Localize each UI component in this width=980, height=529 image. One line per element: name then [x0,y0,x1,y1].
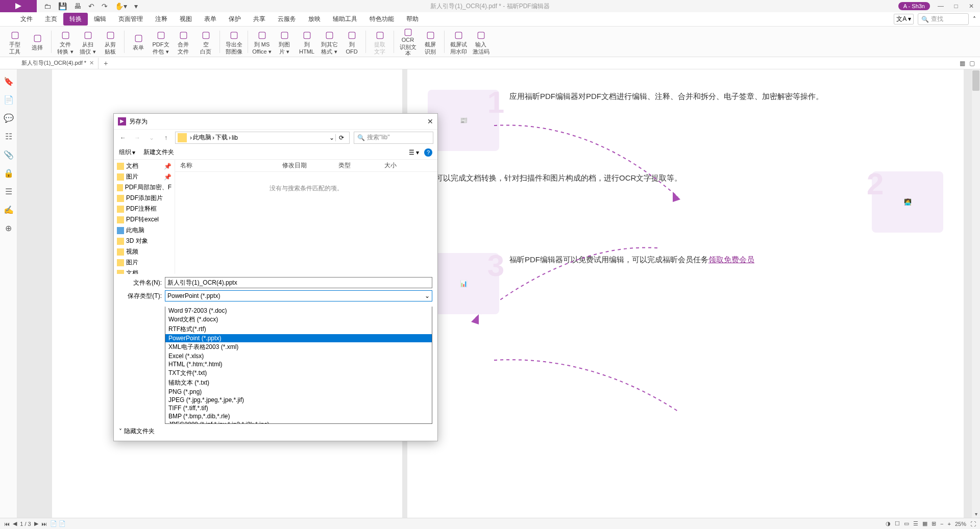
nav-up-icon[interactable]: ↑ [161,134,171,141]
breadcrumb[interactable]: › 此电脑 › 下载 › lib ⌄ ⟳ [175,132,350,144]
view-options-icon[interactable]: ☰ ▾ [409,149,419,156]
menu-cloud[interactable]: 云服务 [272,13,302,26]
document-tab[interactable]: 新人引导(1)_OCR(4).pdf * ✕ [17,58,99,69]
menu-home[interactable]: 主页 [39,13,63,26]
signature-icon[interactable]: ✍ [4,205,13,214]
filetype-option[interactable]: Excel (*.xlsx) [165,352,432,360]
ribbon-btn-5[interactable]: ▢表单 [128,28,149,56]
filetype-option[interactable]: PNG (*.png) [165,388,432,396]
menu-feature[interactable]: 特色功能 [363,13,400,26]
collapse-icon[interactable]: ˅ [119,428,122,435]
tree-item-8[interactable]: 视频 [114,246,175,257]
maximize-button[interactable]: □ [951,3,961,10]
tree-item-7[interactable]: 3D 对象 [114,236,175,246]
filetype-option[interactable]: HTML (*.htm;*.html) [165,360,432,368]
menu-convert[interactable]: 转换 [63,13,88,26]
first-page-icon[interactable]: ⏮ [4,521,10,527]
lang-icon[interactable]: 文A ▾ [894,14,914,24]
minimize-button[interactable]: — [936,3,945,10]
filetype-option[interactable]: Word文档 (*.docx) [165,315,432,324]
last-page-icon[interactable]: ⏭ [41,521,47,527]
layout2-icon[interactable]: ▭ [904,520,909,527]
color-mode-icon[interactable]: ◑ [886,520,891,527]
filetype-option[interactable]: TIFF (*.tiff,*.tif) [165,404,432,412]
ribbon-btn-3[interactable]: ▢从扫描仪 ▾ [77,28,99,56]
menu-protect[interactable]: 保护 [223,13,247,26]
tree-item-5[interactable]: PDF转excel [114,214,175,225]
fullscreen-icon[interactable]: ⛶ [970,521,976,527]
ribbon-btn-18[interactable]: ▢截屏试用水印 [448,28,469,56]
filetype-option[interactable]: BMP (*.bmp,*.dib,*.rle) [165,412,432,420]
nav-fwd-icon[interactable]: → [132,134,142,141]
tree-item-3[interactable]: PDF添加图片 [114,193,175,204]
col-name[interactable]: 名称 [180,161,282,170]
file-list[interactable]: 名称 修改日期 类型 大小 没有与搜索条件匹配的项。 [175,160,437,274]
ribbon-btn-9[interactable]: ▢导出全部图像 [223,28,244,56]
tree-item-2[interactable]: PDF局部加密、F [114,182,175,193]
menu-edit[interactable]: 编辑 [88,13,112,26]
prev-page-icon[interactable]: ◀ [13,520,17,527]
filetype-option[interactable]: Word 97-2003 (*.doc) [165,307,432,315]
new-tab-button[interactable]: + [99,59,113,67]
menu-comment[interactable]: 注释 [149,13,174,26]
ribbon-btn-13[interactable]: ▢到其它格式 ▾ [318,28,340,56]
ribbon-btn-10[interactable]: ▢到 MSOffice ▾ [251,28,273,56]
ribbon-btn-7[interactable]: ▢合并文件 [173,28,194,56]
tree-item-1[interactable]: 图片📌 [114,171,175,182]
close-button[interactable]: ✕ [967,3,976,10]
zoom-value[interactable]: 25% [955,521,966,527]
filetype-option[interactable]: JPEG2000 (*.jpf,*.jpx,*.jp2,*.j2k,*.jpc) [165,420,432,424]
search-box[interactable]: 🔍查找 [918,13,969,25]
filetype-option[interactable]: 辅助文本 (*.txt) [165,378,432,388]
redo-icon[interactable]: ↷ [102,2,108,10]
menu-present[interactable]: 放映 [302,13,327,26]
ribbon-btn-0[interactable]: ▢手型工具 [4,28,26,56]
dialog-search[interactable]: 🔍 搜索"lib" [354,132,433,144]
organize-button[interactable]: 组织▾ [119,148,135,157]
more-panel-icon[interactable]: ⊕ [4,223,13,233]
ribbon-btn-16[interactable]: ▢OCR识别文本 [397,28,419,56]
folder-tree[interactable]: 文档📌图片📌PDF局部加密、FPDF添加图片PDF注释框PDF转excel此电脑… [114,160,175,274]
scroll-thumb[interactable] [972,70,979,91]
menu-form[interactable]: 表单 [198,13,223,26]
menu-accessibility[interactable]: 辅助工具 [327,13,363,26]
tree-item-4[interactable]: PDF注释框 [114,204,175,214]
col-size[interactable]: 大小 [384,161,415,170]
filetype-option[interactable]: JPEG (*.jpg,*.jpeg,*.jpe,*.jif) [165,396,432,404]
col-date[interactable]: 修改日期 [282,161,338,170]
filetype-option[interactable]: XML电子表格2003 (*.xml) [165,342,432,352]
ribbon-btn-4[interactable]: ▢从剪贴板 [100,28,121,56]
dialog-close-button[interactable]: ✕ [427,117,433,125]
refresh-icon[interactable]: ⟳ [335,134,347,141]
hide-folders-link[interactable]: 隐藏文件夹 [124,427,155,436]
ribbon-btn-2[interactable]: ▢文件转换 ▾ [55,28,76,56]
layers-icon[interactable]: ☷ [4,132,13,141]
ribbon-btn-14[interactable]: ▢到OFD [341,28,362,56]
bookmark-icon[interactable]: 🔖 [4,77,13,86]
nav-back-icon[interactable]: ← [118,134,128,141]
ribbon-btn-17[interactable]: ▢截屏识别 [420,28,441,56]
filetype-option[interactable]: RTF格式(*.rtf) [165,324,432,334]
nav-recent-icon[interactable]: ⌄ [146,134,157,141]
page-fwd-icon[interactable]: 📄 [50,520,57,527]
layout3-icon[interactable]: ☰ [913,520,918,527]
zoom-in-icon[interactable]: + [948,521,951,527]
vertical-scrollbar[interactable]: ▴ ▾ [972,69,980,518]
col-type[interactable]: 类型 [338,161,384,170]
undo-icon[interactable]: ↶ [88,2,94,10]
ribbon-btn-1[interactable]: ▢选择 [27,28,48,56]
fields-icon[interactable]: ☰ [4,187,13,196]
print-icon[interactable]: 🖶 [74,2,81,10]
comments-icon[interactable]: 💬 [4,113,13,122]
tree-item-6[interactable]: 此电脑 [114,225,175,236]
layout4-icon[interactable]: ▦ [922,520,927,527]
menu-page[interactable]: 页面管理 [112,13,149,26]
zoom-out-icon[interactable]: − [940,521,943,527]
ribbon-btn-19[interactable]: ▢输入激活码 [470,28,492,56]
scroll-down-icon[interactable]: ▾ [972,510,980,518]
next-page-icon[interactable]: ▶ [34,520,38,527]
ribbon-btn-12[interactable]: ▢到HTML [296,28,317,56]
filename-input[interactable] [165,277,432,288]
filetype-option[interactable]: TXT文件(*.txt) [165,368,432,378]
ribbon-btn-11[interactable]: ▢到图片 ▾ [274,28,295,56]
